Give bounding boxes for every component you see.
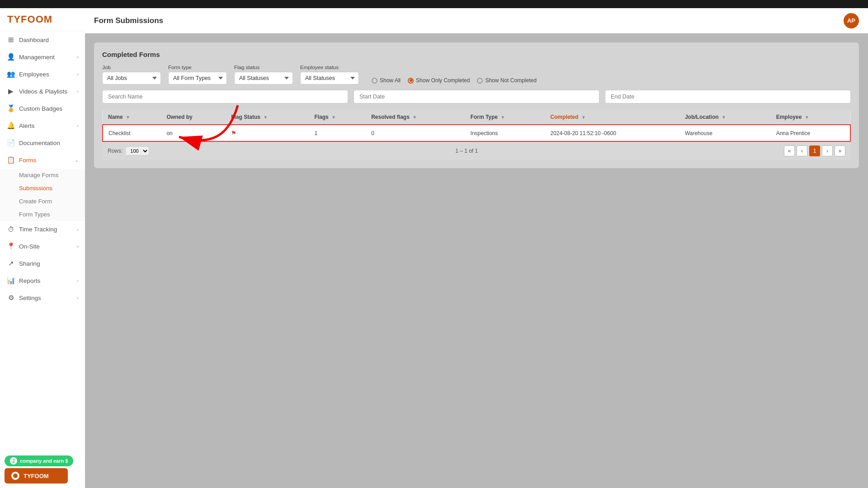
main-area: Form Submissions AP Completed Forms Job … [85, 8, 868, 488]
chevron-icon: › [77, 89, 79, 94]
submissions-table: Name ▼ Owned by Flag Status ▼ [102, 110, 851, 142]
sidebar-item-management[interactable]: 👤 Management › [0, 48, 85, 66]
on-site-icon: 📍 [6, 242, 15, 250]
end-date-input[interactable] [605, 90, 851, 103]
sidebar: TYFOOM ⊞ Dashboard 👤 Management › 👥 Empl… [0, 8, 85, 488]
radio-show-completed[interactable]: Show Only Completed [408, 77, 470, 84]
management-icon: 👤 [6, 53, 15, 61]
flag-icon: ⚑ [231, 130, 236, 136]
col-completed[interactable]: Completed ▼ [545, 110, 679, 125]
col-flags[interactable]: Flags ▼ [309, 110, 366, 125]
radio-show-all[interactable]: Show All [372, 77, 401, 84]
sidebar-item-custom-badges[interactable]: 🏅 Custom Badges [0, 100, 85, 117]
sidebar-item-label: Sharing [19, 260, 40, 267]
table-wrapper: Name ▼ Owned by Flag Status ▼ [102, 110, 851, 160]
col-owned-by[interactable]: Owned by [161, 110, 226, 125]
start-date-input[interactable] [354, 90, 599, 103]
sort-icon: ▼ [722, 115, 726, 120]
sidebar-item-on-site[interactable]: 📍 On-Site › [0, 238, 85, 255]
promo-badge-text: company and earn $ [20, 458, 68, 464]
promo-badge[interactable]: 2 company and earn $ [5, 455, 73, 466]
sidebar-item-forms[interactable]: 📋 Forms ⌄ [0, 151, 85, 169]
sharing-icon: ↗ [6, 259, 15, 267]
last-page-button[interactable]: » [835, 145, 845, 156]
flag-status-filter-group: Flag status All Statuses [234, 65, 293, 84]
sidebar-item-settings[interactable]: ⚙ Settings › [0, 289, 85, 306]
page-title: Form Submissions [94, 16, 163, 25]
promo-tyfoom-button[interactable]: TYFOOM [5, 468, 68, 483]
sidebar-item-label: Alerts [19, 122, 35, 129]
radio-show-not-completed[interactable]: Show Not Completed [477, 77, 536, 84]
form-type-filter-group: Form type All Form Types [168, 65, 227, 84]
col-job-location[interactable]: Job/Location ▼ [679, 110, 771, 125]
sort-icon: ▼ [500, 115, 505, 120]
sidebar-item-label: Dashboard [19, 37, 49, 43]
page-1-button[interactable]: 1 [809, 145, 820, 156]
job-filter-select[interactable]: All Jobs [102, 72, 161, 84]
cell-form-type: Inspections [465, 125, 545, 141]
form-type-filter-label: Form type [168, 65, 227, 70]
flag-status-filter-label: Flag status [234, 65, 293, 70]
sidebar-item-label: Management [19, 54, 55, 61]
sidebar-item-videos[interactable]: ▶ Videos & Playlists › [0, 83, 85, 100]
chevron-icon: › [77, 71, 79, 77]
col-name[interactable]: Name ▼ [103, 110, 161, 125]
col-form-type[interactable]: Form Type ▼ [465, 110, 545, 125]
sidebar-item-label: Time Tracking [19, 226, 57, 233]
completed-forms-card: Completed Forms Job All Jobs Form type A… [94, 42, 859, 168]
employee-status-filter-group: Employee status All Statuses [300, 65, 359, 84]
table-row[interactable]: Checklist on ⚑ 1 0 Inspections 2024-08-2… [103, 125, 850, 141]
table-header-row: Name ▼ Owned by Flag Status ▼ [103, 110, 850, 125]
sidebar-item-label: Videos & Playlists [19, 88, 67, 95]
sidebar-item-label: Employees [19, 71, 49, 78]
rows-per-page-select[interactable]: 100 50 25 10 [125, 146, 149, 155]
chevron-icon: › [77, 123, 79, 128]
settings-icon: ⚙ [6, 294, 15, 302]
sidebar-item-time-tracking[interactable]: ⏱ Time Tracking › [0, 221, 85, 238]
sidebar-item-alerts[interactable]: 🔔 Alerts › [0, 117, 85, 134]
chevron-icon: › [77, 227, 79, 232]
employee-status-filter-select[interactable]: All Statuses [300, 72, 359, 84]
employee-status-filter-label: Employee status [300, 65, 359, 70]
col-flag-status[interactable]: Flag Status ▼ [226, 110, 309, 125]
sidebar-item-reports[interactable]: 📊 Reports › [0, 272, 85, 289]
flag-status-filter-select[interactable]: All Statuses [234, 72, 293, 84]
content-area: Completed Forms Job All Jobs Form type A… [85, 33, 868, 488]
next-page-button[interactable]: › [822, 145, 833, 156]
sidebar-sub-item-form-types[interactable]: Form Types [0, 208, 85, 221]
completion-filter-radio-group: Show All Show Only Completed Show Not Co… [372, 77, 537, 84]
first-page-button[interactable]: « [784, 145, 795, 156]
sidebar-item-employees[interactable]: 👥 Employees › [0, 66, 85, 83]
reports-icon: 📊 [6, 277, 15, 285]
col-resolved-flags[interactable]: Resolved flags ▼ [366, 110, 465, 125]
sidebar-sub-item-submissions[interactable]: Submissions [0, 182, 85, 195]
tyfoom-logo-icon [11, 471, 20, 480]
radio-dot-show-not-completed [477, 78, 483, 84]
sidebar-item-label: Custom Badges [19, 105, 62, 112]
sidebar-item-label: Forms [19, 157, 36, 164]
search-row [102, 90, 851, 103]
documentation-icon: 📄 [6, 139, 15, 147]
sidebar-sub-item-create-form[interactable]: Create Form [0, 195, 85, 208]
job-filter-label: Job [102, 65, 161, 70]
prev-page-button[interactable]: ‹ [797, 145, 807, 156]
sidebar-item-sharing[interactable]: ↗ Sharing [0, 255, 85, 272]
chevron-icon: › [77, 278, 79, 283]
svg-point-2 [13, 474, 18, 478]
avatar[interactable]: AP [844, 13, 859, 28]
bottom-promo: 2 company and earn $ TYFOOM [5, 455, 73, 483]
sort-icon: ▼ [263, 115, 268, 120]
sidebar-sub-item-manage-forms[interactable]: Manage Forms [0, 169, 85, 182]
sidebar-item-documentation[interactable]: 📄 Documentation [0, 134, 85, 151]
cell-completed: 2024-08-20 11:52:10 -0600 [545, 125, 679, 141]
col-employee[interactable]: Employee ▼ [771, 110, 850, 125]
sidebar-item-dashboard[interactable]: ⊞ Dashboard [0, 31, 85, 48]
logo[interactable]: TYFOOM [0, 8, 85, 31]
form-type-filter-select[interactable]: All Form Types [168, 72, 227, 84]
sidebar-item-label: Documentation [19, 140, 60, 146]
chevron-icon: › [77, 244, 79, 249]
sidebar-item-label: On-Site [19, 243, 40, 250]
cell-name: Checklist [103, 125, 161, 141]
employees-icon: 👥 [6, 70, 15, 78]
search-input[interactable] [102, 90, 348, 103]
